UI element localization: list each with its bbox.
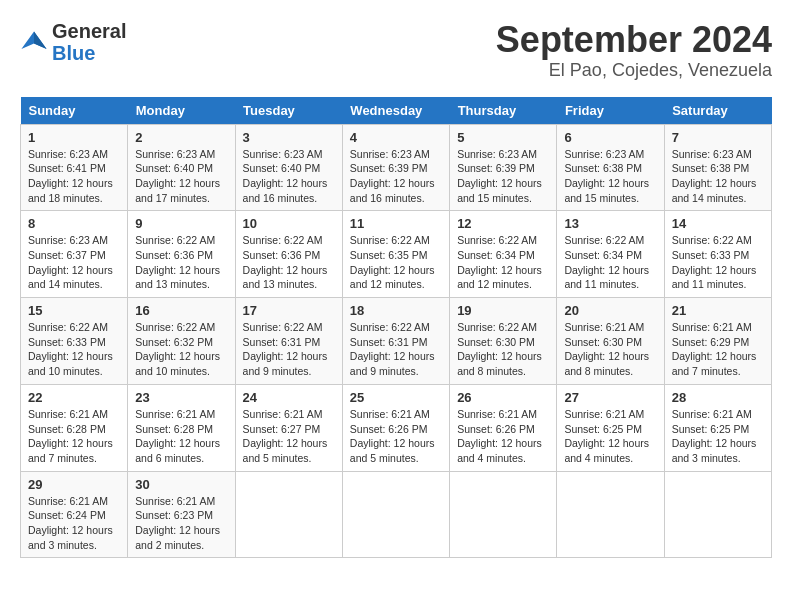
day-info: Sunrise: 6:21 AM Sunset: 6:24 PM Dayligh… bbox=[28, 494, 120, 553]
day-info: Sunrise: 6:21 AM Sunset: 6:29 PM Dayligh… bbox=[672, 320, 764, 379]
logo-text: General Blue bbox=[52, 20, 126, 64]
day-number: 8 bbox=[28, 216, 120, 231]
calendar-cell: 3 Sunrise: 6:23 AM Sunset: 6:40 PM Dayli… bbox=[235, 124, 342, 211]
logo-icon bbox=[20, 28, 48, 56]
day-info: Sunrise: 6:22 AM Sunset: 6:31 PM Dayligh… bbox=[243, 320, 335, 379]
header-thursday: Thursday bbox=[450, 97, 557, 125]
title-area: September 2024 El Pao, Cojedes, Venezuel… bbox=[496, 20, 772, 81]
calendar-cell: 6 Sunrise: 6:23 AM Sunset: 6:38 PM Dayli… bbox=[557, 124, 664, 211]
day-info: Sunrise: 6:21 AM Sunset: 6:30 PM Dayligh… bbox=[564, 320, 656, 379]
day-number: 20 bbox=[564, 303, 656, 318]
day-info: Sunrise: 6:23 AM Sunset: 6:38 PM Dayligh… bbox=[564, 147, 656, 206]
day-info: Sunrise: 6:22 AM Sunset: 6:30 PM Dayligh… bbox=[457, 320, 549, 379]
calendar-cell: 13 Sunrise: 6:22 AM Sunset: 6:34 PM Dayl… bbox=[557, 211, 664, 298]
calendar-cell: 10 Sunrise: 6:22 AM Sunset: 6:36 PM Dayl… bbox=[235, 211, 342, 298]
day-info: Sunrise: 6:21 AM Sunset: 6:23 PM Dayligh… bbox=[135, 494, 227, 553]
day-number: 15 bbox=[28, 303, 120, 318]
day-number: 28 bbox=[672, 390, 764, 405]
day-info: Sunrise: 6:21 AM Sunset: 6:25 PM Dayligh… bbox=[564, 407, 656, 466]
day-info: Sunrise: 6:22 AM Sunset: 6:31 PM Dayligh… bbox=[350, 320, 442, 379]
day-number: 18 bbox=[350, 303, 442, 318]
day-info: Sunrise: 6:22 AM Sunset: 6:36 PM Dayligh… bbox=[135, 233, 227, 292]
day-number: 29 bbox=[28, 477, 120, 492]
day-info: Sunrise: 6:22 AM Sunset: 6:33 PM Dayligh… bbox=[28, 320, 120, 379]
day-info: Sunrise: 6:22 AM Sunset: 6:33 PM Dayligh… bbox=[672, 233, 764, 292]
calendar-cell bbox=[342, 471, 449, 558]
day-info: Sunrise: 6:21 AM Sunset: 6:28 PM Dayligh… bbox=[28, 407, 120, 466]
calendar-cell bbox=[664, 471, 771, 558]
day-number: 17 bbox=[243, 303, 335, 318]
calendar-cell: 12 Sunrise: 6:22 AM Sunset: 6:34 PM Dayl… bbox=[450, 211, 557, 298]
calendar-cell: 14 Sunrise: 6:22 AM Sunset: 6:33 PM Dayl… bbox=[664, 211, 771, 298]
calendar-cell: 29 Sunrise: 6:21 AM Sunset: 6:24 PM Dayl… bbox=[21, 471, 128, 558]
day-info: Sunrise: 6:23 AM Sunset: 6:40 PM Dayligh… bbox=[135, 147, 227, 206]
calendar-cell: 2 Sunrise: 6:23 AM Sunset: 6:40 PM Dayli… bbox=[128, 124, 235, 211]
day-number: 11 bbox=[350, 216, 442, 231]
calendar-cell: 17 Sunrise: 6:22 AM Sunset: 6:31 PM Dayl… bbox=[235, 298, 342, 385]
day-number: 5 bbox=[457, 130, 549, 145]
day-info: Sunrise: 6:23 AM Sunset: 6:39 PM Dayligh… bbox=[457, 147, 549, 206]
calendar-cell: 23 Sunrise: 6:21 AM Sunset: 6:28 PM Dayl… bbox=[128, 384, 235, 471]
day-number: 9 bbox=[135, 216, 227, 231]
calendar-cell: 25 Sunrise: 6:21 AM Sunset: 6:26 PM Dayl… bbox=[342, 384, 449, 471]
day-number: 2 bbox=[135, 130, 227, 145]
day-number: 23 bbox=[135, 390, 227, 405]
calendar-cell: 5 Sunrise: 6:23 AM Sunset: 6:39 PM Dayli… bbox=[450, 124, 557, 211]
calendar-cell: 16 Sunrise: 6:22 AM Sunset: 6:32 PM Dayl… bbox=[128, 298, 235, 385]
day-number: 24 bbox=[243, 390, 335, 405]
day-info: Sunrise: 6:23 AM Sunset: 6:37 PM Dayligh… bbox=[28, 233, 120, 292]
calendar-cell bbox=[450, 471, 557, 558]
day-info: Sunrise: 6:22 AM Sunset: 6:34 PM Dayligh… bbox=[457, 233, 549, 292]
day-info: Sunrise: 6:21 AM Sunset: 6:26 PM Dayligh… bbox=[350, 407, 442, 466]
calendar-row-4: 22 Sunrise: 6:21 AM Sunset: 6:28 PM Dayl… bbox=[21, 384, 772, 471]
day-number: 26 bbox=[457, 390, 549, 405]
day-info: Sunrise: 6:23 AM Sunset: 6:38 PM Dayligh… bbox=[672, 147, 764, 206]
calendar-cell: 1 Sunrise: 6:23 AM Sunset: 6:41 PM Dayli… bbox=[21, 124, 128, 211]
day-number: 13 bbox=[564, 216, 656, 231]
day-number: 25 bbox=[350, 390, 442, 405]
day-number: 16 bbox=[135, 303, 227, 318]
day-info: Sunrise: 6:23 AM Sunset: 6:40 PM Dayligh… bbox=[243, 147, 335, 206]
calendar-table: Sunday Monday Tuesday Wednesday Thursday… bbox=[20, 97, 772, 559]
calendar-cell: 24 Sunrise: 6:21 AM Sunset: 6:27 PM Dayl… bbox=[235, 384, 342, 471]
calendar-cell bbox=[557, 471, 664, 558]
day-info: Sunrise: 6:21 AM Sunset: 6:26 PM Dayligh… bbox=[457, 407, 549, 466]
calendar-cell: 26 Sunrise: 6:21 AM Sunset: 6:26 PM Dayl… bbox=[450, 384, 557, 471]
day-number: 6 bbox=[564, 130, 656, 145]
calendar-row-5: 29 Sunrise: 6:21 AM Sunset: 6:24 PM Dayl… bbox=[21, 471, 772, 558]
day-number: 1 bbox=[28, 130, 120, 145]
calendar-row-3: 15 Sunrise: 6:22 AM Sunset: 6:33 PM Dayl… bbox=[21, 298, 772, 385]
location-title: El Pao, Cojedes, Venezuela bbox=[496, 60, 772, 81]
calendar-cell bbox=[235, 471, 342, 558]
calendar-cell: 20 Sunrise: 6:21 AM Sunset: 6:30 PM Dayl… bbox=[557, 298, 664, 385]
day-info: Sunrise: 6:22 AM Sunset: 6:34 PM Dayligh… bbox=[564, 233, 656, 292]
calendar-cell: 4 Sunrise: 6:23 AM Sunset: 6:39 PM Dayli… bbox=[342, 124, 449, 211]
calendar-cell: 21 Sunrise: 6:21 AM Sunset: 6:29 PM Dayl… bbox=[664, 298, 771, 385]
day-info: Sunrise: 6:21 AM Sunset: 6:28 PM Dayligh… bbox=[135, 407, 227, 466]
day-info: Sunrise: 6:21 AM Sunset: 6:25 PM Dayligh… bbox=[672, 407, 764, 466]
day-number: 27 bbox=[564, 390, 656, 405]
day-number: 22 bbox=[28, 390, 120, 405]
month-title: September 2024 bbox=[496, 20, 772, 60]
calendar-cell: 28 Sunrise: 6:21 AM Sunset: 6:25 PM Dayl… bbox=[664, 384, 771, 471]
calendar-row-1: 1 Sunrise: 6:23 AM Sunset: 6:41 PM Dayli… bbox=[21, 124, 772, 211]
header: General Blue September 2024 El Pao, Coje… bbox=[20, 20, 772, 81]
day-info: Sunrise: 6:22 AM Sunset: 6:35 PM Dayligh… bbox=[350, 233, 442, 292]
day-info: Sunrise: 6:21 AM Sunset: 6:27 PM Dayligh… bbox=[243, 407, 335, 466]
calendar-cell: 15 Sunrise: 6:22 AM Sunset: 6:33 PM Dayl… bbox=[21, 298, 128, 385]
calendar-cell: 27 Sunrise: 6:21 AM Sunset: 6:25 PM Dayl… bbox=[557, 384, 664, 471]
day-number: 7 bbox=[672, 130, 764, 145]
header-wednesday: Wednesday bbox=[342, 97, 449, 125]
day-number: 21 bbox=[672, 303, 764, 318]
logo: General Blue bbox=[20, 20, 126, 64]
calendar-cell: 11 Sunrise: 6:22 AM Sunset: 6:35 PM Dayl… bbox=[342, 211, 449, 298]
day-number: 19 bbox=[457, 303, 549, 318]
header-friday: Friday bbox=[557, 97, 664, 125]
day-number: 10 bbox=[243, 216, 335, 231]
day-info: Sunrise: 6:22 AM Sunset: 6:32 PM Dayligh… bbox=[135, 320, 227, 379]
header-tuesday: Tuesday bbox=[235, 97, 342, 125]
calendar-cell: 22 Sunrise: 6:21 AM Sunset: 6:28 PM Dayl… bbox=[21, 384, 128, 471]
day-number: 12 bbox=[457, 216, 549, 231]
header-saturday: Saturday bbox=[664, 97, 771, 125]
calendar-row-2: 8 Sunrise: 6:23 AM Sunset: 6:37 PM Dayli… bbox=[21, 211, 772, 298]
